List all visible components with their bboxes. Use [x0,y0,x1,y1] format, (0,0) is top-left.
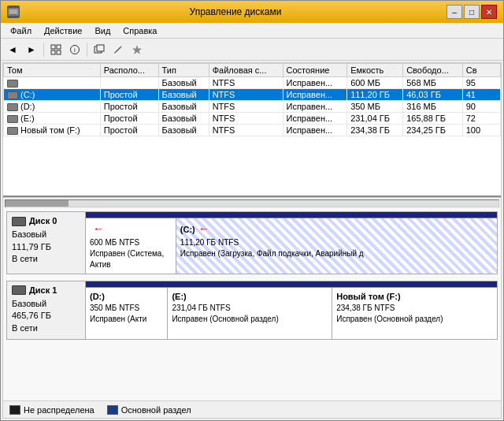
disk-size-1: 465,76 ГБ [12,310,80,322]
partition-0-1[interactable]: (C:)←111,20 ГБ NTFSИсправен (Загрузка, Ф… [176,218,497,274]
toolbar-btn-info[interactable]: i [66,41,83,58]
svg-rect-10 [97,45,104,51]
cell-loc: Простой [100,101,158,113]
horizontal-scrollbar[interactable] [3,197,501,208]
svg-rect-3 [51,45,55,49]
cell-type: Базовый [158,113,209,125]
col-capacity: Емкость [347,64,403,77]
menu-view[interactable]: Вид [88,24,117,37]
partition-status-1-2: Исправен (Основной раздел) [336,314,493,325]
disk-header-0: Диск 0Базовый111,79 ГБВ сети←600 МБ NTFS… [7,212,497,274]
cell-type: Базовый [158,89,209,101]
back-button[interactable]: ◄ [4,41,21,58]
cell-vol [4,77,101,89]
cell-capacity: 231,04 ГБ [347,113,403,125]
col-loc: Располо... [100,64,158,77]
disk-name-0: Диск 0 [29,215,57,227]
cell-fs: NTFS [209,77,283,89]
forward-button[interactable]: ► [23,41,40,58]
disk-type-1: Базовый [12,298,80,310]
partition-1-2[interactable]: Новый том (F:)234,38 ГБ NTFSИсправен (Ос… [332,288,497,339]
scroll-track[interactable] [5,199,499,207]
disk-type-0: Базовый [12,229,80,240]
cell-free: 316 МБ [403,101,463,113]
title-bar: Управление дисками – □ ✕ [1,1,503,23]
close-button[interactable]: ✕ [481,5,497,19]
partition-size-1-2: 234,38 ГБ NTFS [336,303,493,314]
cell-vol: (D:) [4,101,101,113]
disk-partitions-1: (D:)350 МБ NTFSИсправен (Акти(E:)231,04 … [86,281,497,339]
drive-icon [7,127,18,135]
cell-type: Базовый [158,101,209,113]
toolbar-btn-newwindow[interactable] [91,41,108,58]
partition-1-1[interactable]: (E:)231,04 ГБ NTFSИсправен (Основной раз… [168,288,332,339]
cell-capacity: 600 МБ [347,77,403,89]
cell-pct: 100 [462,125,500,136]
partition-1-0[interactable]: (D:)350 МБ NTFSИсправен (Акти [86,288,168,339]
cell-capacity: 111,20 ГБ [347,89,403,101]
legend: Не распределена Основной раздел [3,401,501,418]
cell-capacity: 234,38 ГБ [347,125,403,136]
table-row[interactable]: (E:)ПростойБазовыйNTFSИсправен...231,04 … [4,113,501,125]
drive-icon [7,103,18,111]
col-free: Свободо... [403,64,463,77]
disk-container-1: Диск 1Базовый465,76 ГБВ сети(D:)350 МБ N… [6,281,498,340]
cell-free: 234,25 ГБ [403,125,463,136]
menu-file[interactable]: Файл [4,24,38,37]
svg-rect-1 [9,9,17,14]
partition-name-1-1: (E:) [172,291,328,303]
cell-fs: NTFS [209,125,283,136]
arrow-icon-0-0: ← [93,222,104,237]
hdd-icon-0 [12,217,26,226]
cell-loc [100,77,158,89]
legend-primary-label: Основной раздел [121,405,191,415]
cell-status: Исправен... [283,101,347,113]
window-controls: – □ ✕ [447,5,497,19]
legend-unallocated-label: Не распределена [24,405,94,415]
disk-label-1: Диск 1Базовый465,76 ГБВ сети [7,281,86,339]
table-header-row: Том Располо... Тип Файловая с... Состоян… [4,64,501,77]
window-icon [7,6,20,18]
arrow-icon-0-1: ← [198,222,209,237]
cell-loc: Простой [100,89,158,101]
cell-vol: (C:) [4,89,101,101]
partition-size-0-0: 600 МБ NTFS [90,237,172,248]
cell-fs: NTFS [209,113,283,125]
partition-name-1-2: Новый том (F:) [336,291,493,303]
svg-text:i: i [74,47,76,54]
drive-icon [7,80,18,88]
table-row[interactable]: БазовыйNTFSИсправен...600 МБ568 МБ95 [4,77,501,89]
disk-size-0: 111,79 ГБ [12,241,80,253]
disk-bar-0 [86,212,497,218]
partition-size-0-1: 111,20 ГБ NTFS [180,237,493,248]
toolbar-btn-star[interactable] [128,41,146,58]
volumes-table: Том Располо... Тип Файловая с... Состоян… [3,63,501,136]
maximize-button[interactable]: □ [464,5,480,19]
partitions-row-0: ←600 МБ NTFSИсправен (Система, Актив(C:)… [86,218,497,274]
table-row[interactable]: (D:)ПростойБазовыйNTFSИсправен...350 МБ3… [4,101,501,113]
toolbar-btn-edit[interactable] [109,41,127,58]
col-fs: Файловая с... [209,64,283,77]
disk-partitions-0: ←600 МБ NTFSИсправен (Система, Актив(C:)… [86,212,497,274]
minimize-button[interactable]: – [447,5,462,19]
partition-status-1-1: Исправен (Основной раздел) [172,314,328,325]
col-pct: Св [462,64,500,77]
table-row[interactable]: (C:)ПростойБазовыйNTFSИсправен...111,20 … [4,89,501,101]
cell-status: Исправен... [283,89,347,101]
partition-0-0[interactable]: ←600 МБ NTFSИсправен (Система, Актив [86,218,176,274]
menu-action[interactable]: Действие [38,24,88,37]
cell-free: 46,03 ГБ [403,89,463,101]
disk-visual-area: Диск 0Базовый111,79 ГБВ сети←600 МБ NTFS… [3,208,501,401]
disk-status-1: В сети [12,322,80,334]
scroll-thumb[interactable] [6,200,69,207]
partition-name-0-0: ← [90,222,172,237]
content-area: Том Располо... Тип Файловая с... Состоян… [2,62,502,419]
partition-size-1-0: 350 МБ NTFS [90,303,163,314]
toolbar-btn-grid[interactable] [47,41,65,58]
main-window: Управление дисками – □ ✕ Файл Действие В… [0,0,504,421]
disk-table-area: Том Располо... Тип Файловая с... Состоян… [3,63,501,197]
cell-status: Исправен... [283,77,347,89]
table-row[interactable]: Новый том (F:)ПростойБазовыйNTFSИсправен… [4,125,501,136]
menu-help[interactable]: Справка [117,24,163,37]
disk-header-1: Диск 1Базовый465,76 ГБВ сети(D:)350 МБ N… [7,281,497,339]
